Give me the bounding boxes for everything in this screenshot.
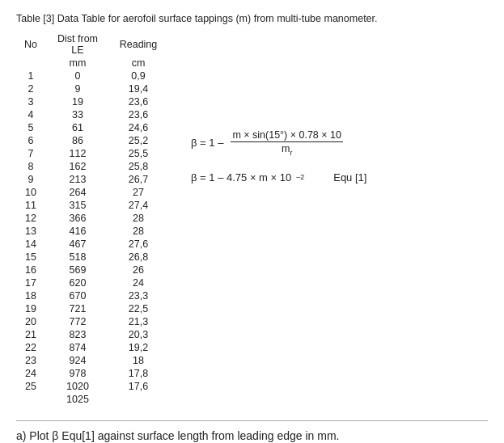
cell-no: 19	[16, 302, 45, 315]
table-row: 1762024	[16, 276, 167, 289]
table-row: 1551826,8	[16, 251, 167, 264]
cell-no: 5	[16, 121, 45, 134]
cell-reading: 26,8	[110, 251, 167, 264]
cell-reading: 0,9	[110, 70, 167, 82]
cell-dist: 33	[45, 108, 110, 121]
cell-reading: 19,2	[110, 341, 167, 354]
cell-reading: 19,4	[110, 82, 167, 95]
table-row: 1446727,6	[16, 238, 167, 251]
cell-dist: 670	[45, 289, 110, 302]
cell-dist: 366	[45, 212, 110, 225]
cell-no: 1	[16, 70, 45, 82]
table-row: 31923,6	[16, 95, 167, 108]
cell-no: 22	[16, 341, 45, 354]
cell-dist: 264	[45, 186, 110, 199]
cell-reading: 27,4	[110, 199, 167, 212]
cell-dist: 112	[45, 147, 110, 160]
table-row: 1656926	[16, 264, 167, 276]
cell-dist: 721	[45, 302, 110, 315]
cell-no: 2	[16, 82, 45, 95]
cell-reading: 17,6	[110, 380, 167, 393]
table-row: 2392418	[16, 354, 167, 367]
table-row: 68625,2	[16, 134, 167, 147]
table-row: 100,9	[16, 70, 167, 82]
beta-equals: β = 1 –	[191, 137, 223, 149]
beta2-text: β = 1 – 4.75 × m × 10	[191, 171, 291, 184]
cell-dist: 467	[45, 238, 110, 251]
table-row: 711225,5	[16, 147, 167, 160]
cell-no: 12	[16, 212, 45, 225]
cell-reading: 24,6	[110, 121, 167, 134]
cell-no: 14	[16, 238, 45, 251]
col-header-reading: Reading	[110, 32, 167, 57]
cell-reading: 24	[110, 276, 167, 289]
cell-dist: 978	[45, 367, 110, 380]
cell-dist: 9	[45, 82, 110, 95]
table-row: 921326,7	[16, 173, 167, 186]
table-row: 43323,6	[16, 108, 167, 121]
cell-dist: 19	[45, 95, 110, 108]
cell-reading: 22,5	[110, 302, 167, 315]
cell-dist: 86	[45, 134, 110, 147]
cell-reading: 28	[110, 212, 167, 225]
cell-reading: 23,6	[110, 95, 167, 108]
cell-dist: 518	[45, 251, 110, 264]
fraction-numerator: m × sin(15°) × 0.78 × 10	[231, 129, 343, 142]
cell-dist: 416	[45, 225, 110, 238]
cell-reading: 25,2	[110, 134, 167, 147]
cell-reading: 23,6	[110, 108, 167, 121]
cell-no: 20	[16, 315, 45, 328]
section-a-label: a)	[16, 429, 26, 442]
cell-dist: 61	[45, 121, 110, 134]
cell-no: 10	[16, 186, 45, 199]
cell-reading: 25,5	[110, 147, 167, 160]
cell-dist: 1020	[45, 380, 110, 393]
cell-dist: 874	[45, 341, 110, 354]
col-subheader-dist: mm	[45, 57, 110, 70]
cell-reading: 20,3	[110, 328, 167, 341]
cell-no: 24	[16, 367, 45, 380]
cell-no: 11	[16, 199, 45, 212]
col-header-dist: Dist from LE	[45, 32, 110, 57]
cell-dist: 569	[45, 264, 110, 276]
cell-reading: 27,6	[110, 238, 167, 251]
cell-reading: 26,7	[110, 173, 167, 186]
cell-reading: 25,8	[110, 160, 167, 173]
formula-area: β = 1 – m × sin(15°) × 0.78 × 10 mr β = …	[191, 129, 366, 184]
cell-reading: 26	[110, 264, 167, 276]
table-row: 1026427	[16, 186, 167, 199]
formula-line-2: β = 1 – 4.75 × m × 10–2 Equ [1]	[191, 171, 366, 184]
table-row: 816225,8	[16, 160, 167, 173]
table-row: 2182320,3	[16, 328, 167, 341]
table-row: 1025	[16, 393, 167, 406]
cell-no	[16, 393, 45, 406]
cell-no: 15	[16, 251, 45, 264]
table-row: 2287419,2	[16, 341, 167, 354]
cell-reading: 23,3	[110, 289, 167, 302]
table-row: 25102017,6	[16, 380, 167, 393]
table-row: 1867023,3	[16, 289, 167, 302]
cell-dist: 620	[45, 276, 110, 289]
cell-no: 8	[16, 160, 45, 173]
cell-no: 21	[16, 328, 45, 341]
cell-reading	[110, 393, 167, 406]
fraction: m × sin(15°) × 0.78 × 10 mr	[231, 129, 343, 157]
table-wrapper: No Dist from LE Reading mm cm 100,92919,…	[16, 32, 488, 409]
cell-dist: 213	[45, 173, 110, 186]
table-caption: Table [3] Data Table for aerofoil surfac…	[16, 13, 488, 24]
cell-dist: 823	[45, 328, 110, 341]
cell-no: 6	[16, 134, 45, 147]
cell-dist: 924	[45, 354, 110, 367]
section-a-text: Plot β Equ[1] against surface length fro…	[29, 429, 339, 442]
cell-no: 18	[16, 289, 45, 302]
table-row: 56124,6	[16, 121, 167, 134]
cell-dist: 315	[45, 199, 110, 212]
cell-no: 23	[16, 354, 45, 367]
cell-dist: 0	[45, 70, 110, 82]
table-row: 1236628	[16, 212, 167, 225]
col-subheader-no	[16, 57, 45, 70]
cell-dist: 1025	[45, 393, 110, 406]
fraction-denominator: mr	[280, 142, 294, 157]
cell-no: 9	[16, 173, 45, 186]
table-row: 2497817,8	[16, 367, 167, 380]
